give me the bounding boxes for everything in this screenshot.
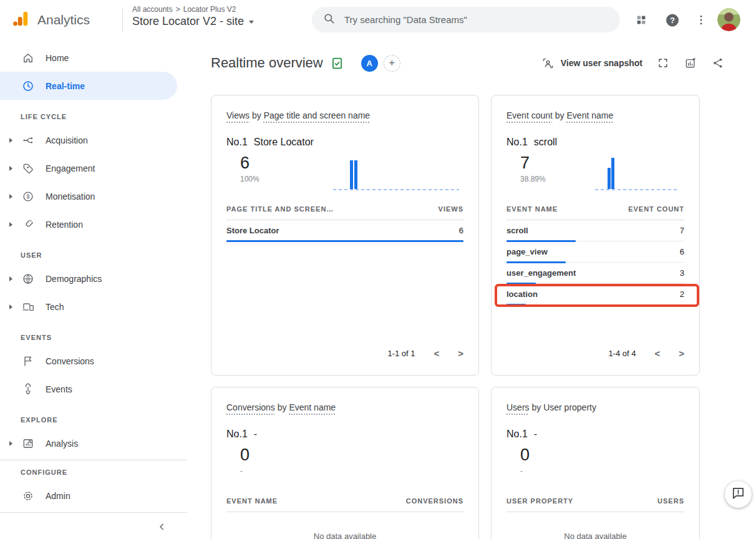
views-by-page-title-card: Views by Page title and screen name No.1…: [211, 95, 479, 376]
analytics-logo-icon: [11, 9, 30, 31]
conversions-by-event-name-card: Conversions by Event name No.1- 0 - EVEN…: [211, 387, 479, 539]
table-row[interactable]: location2: [506, 284, 684, 305]
sidebar-item-admin[interactable]: Admin: [0, 482, 187, 510]
prev-page-button[interactable]: <: [434, 348, 439, 359]
spark-bar: [608, 168, 611, 189]
product-name: Analytics: [37, 12, 90, 27]
row-value: 6: [680, 247, 684, 256]
column-header: CONVERSIONS: [406, 497, 463, 505]
help-icon[interactable]: ?: [665, 12, 680, 27]
next-page-button[interactable]: >: [458, 348, 463, 359]
row-value: 7: [680, 226, 684, 235]
sidebar-item-analysis[interactable]: Analysis: [0, 429, 187, 457]
share-icon[interactable]: [711, 56, 725, 70]
expand-caret-icon[interactable]: [9, 441, 12, 446]
row-label: scroll: [506, 226, 528, 235]
rank-label: No.1: [226, 429, 248, 440]
feedback-bubble-icon: [731, 486, 745, 503]
app-header: Analytics All accounts > Locator Plus V2…: [0, 0, 756, 40]
demographics-globe-icon: [22, 273, 34, 285]
acquisition-icon: [22, 134, 34, 147]
next-page-button[interactable]: >: [679, 348, 684, 359]
row-bar: [226, 240, 463, 242]
sidebar-item-conversions[interactable]: Conversions: [0, 347, 187, 375]
monetisation-icon: $: [22, 190, 34, 203]
data-quality-check-icon[interactable]: [331, 57, 344, 70]
add-comparison-button[interactable]: +: [384, 55, 400, 72]
sidebar-item-events[interactable]: Events: [0, 375, 187, 403]
events-click-icon: [22, 383, 34, 396]
table-row[interactable]: user_engagement3: [506, 263, 684, 284]
pagination: 1-4 of 4 < >: [608, 348, 684, 359]
row-label: user_engagement: [506, 268, 576, 278]
property-selector[interactable]: Store Locator V2 - site: [132, 15, 254, 28]
analytics-brand[interactable]: Analytics: [11, 0, 90, 40]
expand-caret-icon[interactable]: [9, 194, 12, 199]
breadcrumb-current[interactable]: Locator Plus V2: [183, 5, 236, 14]
expand-caret-icon[interactable]: [9, 166, 12, 171]
sidebar-item-label: Analysis: [46, 439, 78, 449]
sidebar-item-label: Acquisition: [46, 135, 88, 145]
prev-page-button[interactable]: <: [654, 348, 660, 359]
account-avatar[interactable]: [717, 8, 740, 31]
sidebar: Home Real-time LIFE CYCLE Acquisition En…: [0, 40, 187, 539]
expand-caret-icon[interactable]: [9, 276, 12, 281]
rank-label: No.1: [226, 137, 248, 148]
sidebar-divider: [0, 460, 187, 460]
sidebar-item-tech[interactable]: Tech: [0, 293, 187, 321]
column-header: USER PROPERTY: [506, 497, 573, 505]
sidebar-item-engagement[interactable]: Engagement: [0, 154, 187, 182]
row-label: Store Locator: [226, 226, 279, 235]
engagement-tag-icon: [22, 162, 34, 175]
column-header: VIEWS: [439, 205, 463, 213]
main-content: Realtime overview A + View user snapshot…: [211, 40, 725, 539]
customize-report-icon[interactable]: [684, 56, 697, 70]
property-dropdown-caret-icon: [249, 21, 254, 24]
sidebar-item-retention[interactable]: Retention: [0, 210, 187, 238]
card-title[interactable]: Views by Page title and screen name: [226, 110, 463, 120]
top-item-name: scroll: [534, 137, 557, 148]
sidebar-item-label: Admin: [46, 491, 70, 501]
sidebar-item-home[interactable]: Home: [0, 44, 187, 72]
spark-bar: [354, 160, 357, 189]
breadcrumb-root[interactable]: All accounts: [132, 5, 173, 14]
sidebar-item-acquisition[interactable]: Acquisition: [0, 126, 187, 154]
sidebar-item-label: Conversions: [46, 356, 94, 366]
table-row[interactable]: Store Locator6: [226, 220, 463, 241]
google-apps-grid-icon[interactable]: [634, 12, 649, 27]
sidebar-section-life-cycle: LIFE CYCLE: [21, 107, 187, 126]
expand-caret-icon[interactable]: [9, 222, 12, 227]
breadcrumb[interactable]: All accounts > Locator Plus V2: [132, 5, 254, 14]
empty-state-label: No data available: [226, 532, 463, 539]
expand-caret-icon[interactable]: [9, 138, 12, 143]
table-row[interactable]: page_view6: [506, 241, 684, 263]
sidebar-item-monetisation[interactable]: $ Monetisation: [0, 182, 187, 210]
header-divider: [122, 9, 123, 32]
view-user-snapshot-button[interactable]: View user snapshot: [541, 56, 642, 70]
chevron-left-icon: [157, 522, 167, 535]
feedback-button[interactable]: [725, 481, 752, 508]
more-options-icon[interactable]: [694, 12, 709, 27]
row-value: 3: [680, 268, 684, 278]
sidebar-item-realtime[interactable]: Real-time: [0, 72, 177, 100]
admin-gear-icon: [22, 490, 34, 502]
search-input[interactable]: [343, 14, 609, 26]
fullscreen-icon[interactable]: [656, 56, 670, 70]
comparison-chip[interactable]: A: [361, 55, 378, 72]
table-row[interactable]: scroll7: [506, 220, 684, 241]
spark-bar: [350, 160, 353, 189]
collapse-sidebar-button[interactable]: [0, 515, 187, 539]
pagination-label: 1-1 of 1: [387, 349, 415, 358]
search-bar[interactable]: [312, 7, 620, 32]
retention-magnet-icon: [22, 218, 34, 231]
card-title[interactable]: Event count by Event name: [506, 110, 684, 120]
users-by-user-property-card: Users by User property No.1- 0 - USER PR…: [491, 387, 700, 539]
sidebar-section-events: EVENTS: [21, 328, 187, 347]
sidebar-item-label: Monetisation: [46, 192, 95, 202]
expand-caret-icon[interactable]: [9, 304, 12, 309]
column-header: EVENT COUNT: [628, 205, 684, 213]
card-title[interactable]: Users by User property: [506, 402, 684, 412]
card-title[interactable]: Conversions by Event name: [226, 402, 463, 412]
sidebar-item-demographics[interactable]: Demographics: [0, 265, 187, 293]
spark-bar: [611, 158, 614, 189]
